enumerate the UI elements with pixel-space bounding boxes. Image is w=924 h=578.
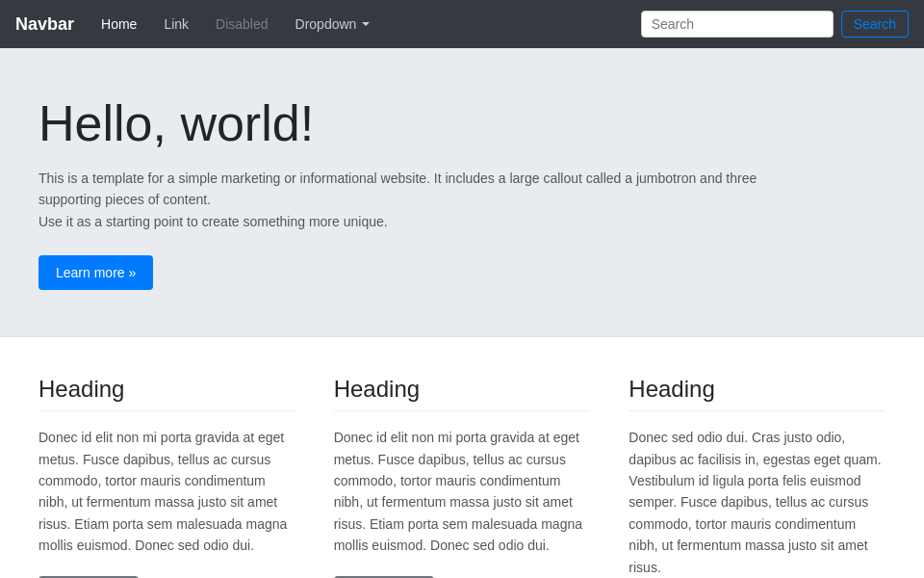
jumbotron-description: This is a template for a simple marketin… (38, 168, 770, 232)
nav-link-home[interactable]: Home (90, 9, 148, 39)
jumbotron-heading: Hello, world! (38, 94, 886, 152)
content-col-1: Heading Donec id elit non mi porta gravi… (38, 376, 295, 578)
dropdown-label: Dropdown (295, 16, 357, 32)
navbar: Navbar Home Link Disabled Dropdown Searc… (0, 0, 924, 48)
search-button[interactable]: Search (841, 11, 909, 38)
search-input[interactable] (641, 11, 834, 38)
nav-link-dropdown[interactable]: Dropdown (284, 9, 382, 39)
content-heading-1: Heading (38, 376, 295, 411)
content-col-2: Heading Donec id elit non mi porta gravi… (334, 376, 591, 578)
content-heading-3: Heading (629, 376, 886, 411)
content-grid: Heading Donec id elit non mi porta gravi… (38, 376, 886, 578)
content-body-3: Donec sed odio dui. Cras justo odio, dap… (629, 427, 886, 578)
navbar-brand[interactable]: Navbar (15, 14, 74, 35)
nav-links: Home Link Disabled Dropdown (90, 9, 641, 39)
navbar-search: Search (641, 11, 909, 38)
jumbotron: Hello, world! This is a template for a s… (0, 48, 924, 336)
learn-more-button[interactable]: Learn more » (38, 255, 153, 290)
content-body-2: Donec id elit non mi porta gravida at eg… (334, 427, 591, 556)
nav-link-link[interactable]: Link (152, 9, 200, 39)
dropdown-caret-icon (362, 22, 370, 26)
nav-link-disabled: Disabled (204, 9, 279, 39)
content-col-3: Heading Donec sed odio dui. Cras justo o… (629, 376, 886, 578)
content-body-1: Donec id elit non mi porta gravida at eg… (38, 427, 295, 556)
content-heading-2: Heading (334, 376, 591, 411)
content-section: Heading Donec id elit non mi porta gravi… (0, 337, 924, 578)
